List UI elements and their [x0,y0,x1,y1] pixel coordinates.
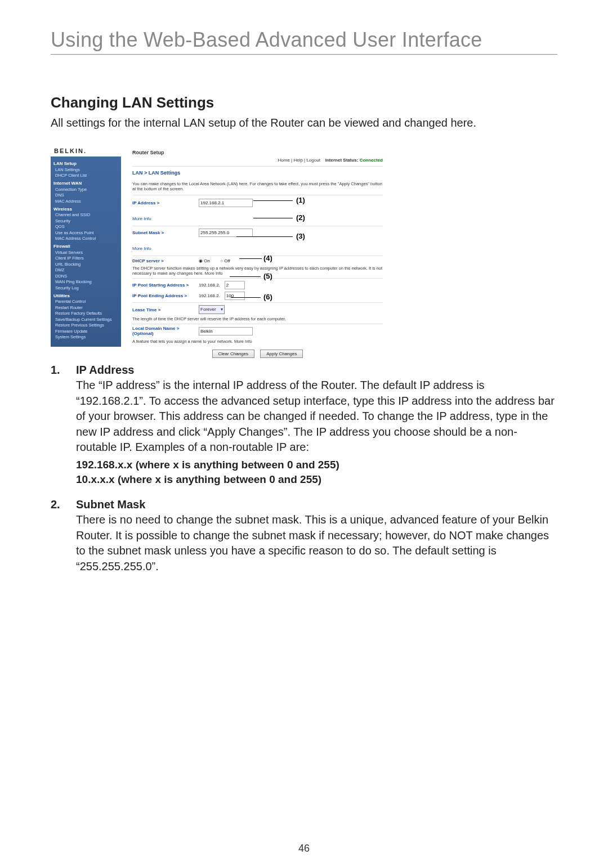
row-ip-address: IP Address > 192.168.2.1 More Info [132,199,383,226]
sb-item[interactable]: QOS [55,224,121,229]
lease-time-hint: The length of time the DHCP server will … [132,316,383,324]
item-number: 2. [51,498,76,578]
subnet-mask-label: Subnet Mask > [132,230,194,235]
callout-1: (1) [296,196,305,204]
local-domain-label: Local Domain Name > (Optional) [132,326,194,337]
callout-3: (3) [296,232,305,240]
callout-line [253,200,293,201]
pool-start-prefix: 192.168.2. [199,283,220,288]
sb-item[interactable]: Security [55,218,121,223]
item-sub: 10.x.x.x (where x is anything between 0 … [76,473,557,486]
row-local-domain: Local Domain Name > (Optional) Belkin [132,326,383,337]
ip-address-input[interactable]: 192.168.2.1 [199,199,253,207]
callout-5: (5) [263,272,272,280]
callout-line [230,276,261,277]
sb-group-wan: Internet WAN [53,181,121,186]
sb-item[interactable]: Restart Router [55,305,121,310]
ip-address-label: IP Address > [132,200,194,205]
item-body: There is no need to change the subnet ma… [76,512,557,574]
pool-end-input[interactable]: 100 [225,292,245,300]
sb-item[interactable]: MAC Address Control [55,236,121,241]
sb-item[interactable]: WAN Ping Blocking [55,279,121,284]
row-subnet-mask: Subnet Mask > 255.255.255.0 More Info [132,229,383,256]
sb-item[interactable]: LAN Settings [55,167,121,172]
dhcp-off-label: Off [224,258,230,263]
callout-line [239,258,262,259]
sb-item[interactable]: Firmware Update [55,329,121,334]
router-screenshot: BELKIN. LAN Setup LAN Settings DHCP Clie… [51,144,388,347]
sb-group-firewall: Firewall [53,244,121,249]
sb-item[interactable]: DHCP Client List [55,173,121,178]
item-heading: IP Address [76,364,557,377]
sb-item[interactable]: Parental Control [55,299,121,304]
title-rule [51,54,557,55]
callout-line [253,218,293,218]
sb-group-lan: LAN Setup [53,161,121,166]
sb-group-utilities: Utilities [53,293,121,298]
pool-end-label: IP Pool Ending Address > [132,293,194,298]
item-sub: 192.168.x.x (where x is anything between… [76,459,557,471]
explain-item-subnet: 2. Subnet Mask There is no need to chang… [51,498,557,578]
pool-start-label: IP Pool Starting Address > [132,283,194,288]
subnet-mask-input[interactable]: 255.255.255.0 [199,229,253,237]
sb-item[interactable]: Channel and SSID [55,212,121,217]
row-pool-start: IP Pool Starting Address > 192.168.2. 2 [132,281,383,289]
internet-status-value: Connected [360,158,383,163]
topnav-links[interactable]: Home | Help | Logout [278,158,320,163]
lease-time-label: Lease Time > [132,307,194,312]
page-title: Using the Web-Based Advanced User Interf… [51,28,557,52]
row-dhcp-server: DHCP server > ◉ On ○ Off [132,258,383,263]
section-intro: All settings for the internal LAN setup … [51,115,557,131]
clear-changes-button[interactable]: Clear Changes [212,350,254,358]
pool-end-prefix: 192.168.2. [199,293,220,298]
sb-item[interactable]: Save/Backup Current Settings [55,317,121,322]
page-hint: You can make changes to the Local Area N… [132,181,383,195]
sb-item[interactable]: URL Blocking [55,262,121,267]
router-content: Router Setup Home | Help | Logout Intern… [121,144,388,358]
callout-2: (2) [296,213,305,222]
sb-item[interactable]: Restore Previous Settings [55,323,121,328]
callout-line [231,297,261,298]
local-domain-input[interactable]: Belkin [199,327,253,335]
router-sidebar: BELKIN. LAN Setup LAN Settings DHCP Clie… [51,144,121,347]
callout-line [236,236,293,237]
item-body: The “IP address” is the internal IP addr… [76,378,557,455]
internet-status-label: Internet Status: [325,158,359,163]
callout-6: (6) [263,293,272,301]
sb-item[interactable]: System Settings [55,334,121,339]
sb-item[interactable]: DDNS [55,274,121,279]
explain-item-ip: 1. IP Address The “IP address” is the in… [51,364,557,488]
callout-4: (4) [263,254,272,262]
lease-time-select[interactable]: Forever [199,305,225,314]
router-topnav: Home | Help | Logout Internet Status: Co… [132,158,383,163]
belkin-logo: BELKIN. [51,144,121,156]
sb-item[interactable]: Connection Type [55,187,121,192]
apply-changes-button[interactable]: Apply Changes [260,350,303,358]
sb-item[interactable]: Restore Factory Defaults [55,311,121,316]
page-number: 46 [0,843,608,854]
sb-item[interactable]: Security Log [55,285,121,290]
dhcp-on-label: On [204,258,210,263]
sb-item[interactable]: MAC Address [55,199,121,204]
sb-item[interactable]: Client IP Filters [55,256,121,261]
dhcp-on-radio[interactable]: ◉ On [199,258,214,263]
explanation-list: 1. IP Address The “IP address” is the in… [51,364,557,578]
sb-group-wireless: Wireless [53,207,121,212]
sb-item[interactable]: DNS [55,193,121,198]
local-domain-hint: A feature that lets you assign a name to… [132,339,383,346]
item-number: 1. [51,364,76,488]
button-row: Clear Changes Apply Changes [132,350,383,358]
dhcp-off-radio[interactable]: ○ Off [220,258,235,263]
router-setup-label: Router Setup [132,150,383,155]
sb-item[interactable]: DMZ [55,267,121,272]
dhcp-server-label: DHCP server > [132,258,194,263]
sb-item[interactable]: Virtual Servers [55,250,121,255]
more-info-link[interactable]: More Info [132,216,151,221]
pool-start-input[interactable]: 2 [225,281,245,289]
more-info-link[interactable]: More Info [132,246,151,251]
row-lease-time: Lease Time > Forever [132,305,383,314]
breadcrumb: LAN > LAN Settings [132,166,383,176]
section-heading: Changing LAN Settings [51,94,557,111]
dhcp-radio-group: ◉ On ○ Off [199,258,239,263]
sb-item[interactable]: Use as Access Point [55,230,121,235]
